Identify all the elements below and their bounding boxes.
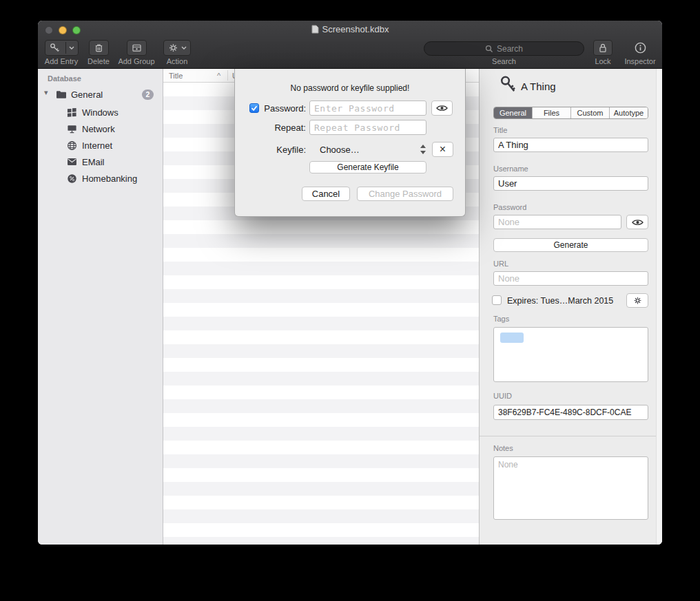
column-header-title[interactable]: Title xyxy=(169,72,183,80)
password-label: Password xyxy=(493,203,526,211)
folder-icon xyxy=(56,89,67,99)
sheet-message: No password or keyfile supplied! xyxy=(235,83,465,93)
generate-keyfile-button[interactable]: Generate Keyfile xyxy=(309,161,426,173)
trash-icon xyxy=(93,42,105,54)
search-placeholder: Search xyxy=(497,44,523,54)
keyfile-label: Keyfile: xyxy=(235,145,306,155)
repeat-label: Repeat: xyxy=(235,123,306,133)
search-input[interactable]: Search xyxy=(424,41,584,56)
mail-icon xyxy=(67,158,77,166)
gear-icon xyxy=(167,42,179,54)
key-plus-icon xyxy=(49,42,61,54)
add-entry-label: Add Entry xyxy=(43,57,79,65)
homebanking-icon xyxy=(67,173,77,184)
toolbar-delete[interactable]: Delete xyxy=(83,39,114,65)
password-field[interactable] xyxy=(493,215,621,229)
expires-settings-button[interactable] xyxy=(626,293,648,308)
info-circle-icon xyxy=(634,41,647,54)
expires-checkbox[interactable] xyxy=(492,295,502,305)
sidebar-item-general[interactable]: ▾ General 2 xyxy=(38,87,163,102)
tab-files[interactable]: Files xyxy=(532,107,570,118)
keyfile-popup[interactable]: Choose… xyxy=(320,145,360,155)
tab-general[interactable]: General xyxy=(494,107,532,118)
window-chrome: Screenshot.kdbx Add Entry Delete Add Gro… xyxy=(38,21,662,69)
tag-token[interactable] xyxy=(500,333,524,343)
cancel-button[interactable]: Cancel xyxy=(302,187,350,201)
globe-icon xyxy=(67,140,77,151)
gear-icon xyxy=(632,295,643,306)
action-label: Action xyxy=(161,57,194,65)
inspector-entry-title: A Thing xyxy=(521,81,556,92)
lock-label: Lock xyxy=(589,57,617,65)
sidebar-item-label: Homebanking xyxy=(82,173,137,184)
inspector-panel: A Thing General Files Custom Autotype Ti… xyxy=(479,69,662,545)
disclosure-triangle-icon[interactable]: ▾ xyxy=(44,88,48,97)
eye-icon xyxy=(436,104,448,112)
inspector-scrollbar[interactable] xyxy=(656,69,662,545)
sidebar-item-homebanking[interactable]: Homebanking xyxy=(38,171,163,186)
tab-autotype[interactable]: Autotype xyxy=(609,107,648,118)
sidebar-item-windows[interactable]: Windows xyxy=(38,105,163,120)
column-divider[interactable] xyxy=(227,70,228,81)
uuid-field[interactable] xyxy=(493,405,648,420)
toolbar-inspector[interactable]: Inspector xyxy=(621,39,659,65)
entry-count-badge: 2 xyxy=(142,89,154,100)
title-label: Title xyxy=(493,126,507,134)
add-group-label: Add Group xyxy=(115,57,158,65)
toolbar-lock[interactable]: Lock xyxy=(589,39,617,65)
change-password-sheet: No password or keyfile supplied! Passwor… xyxy=(234,69,466,217)
sidebar-item-label: EMail xyxy=(82,157,105,167)
eye-icon xyxy=(632,218,644,226)
enter-password-field[interactable] xyxy=(309,101,426,116)
popup-stepper-icon[interactable] xyxy=(420,144,426,155)
expires-label: Expires: Tues…March 2015 xyxy=(507,296,613,306)
show-password-button[interactable] xyxy=(431,101,453,116)
reveal-password-button[interactable] xyxy=(626,215,648,229)
sidebar-item-label: Network xyxy=(82,124,115,134)
sidebar-item-label: Internet xyxy=(82,140,112,151)
add-group-icon xyxy=(131,42,143,54)
sidebar-item-label: Windows xyxy=(82,107,119,118)
sidebar-item-network[interactable]: Network xyxy=(38,121,163,136)
username-field[interactable] xyxy=(493,176,648,191)
password-label: Password: xyxy=(235,103,306,114)
title-field[interactable] xyxy=(493,138,648,152)
clear-icon: × xyxy=(440,143,446,156)
generate-password-button[interactable]: Generate xyxy=(493,238,648,252)
change-password-button[interactable]: Change Password xyxy=(357,187,453,201)
url-field[interactable] xyxy=(493,271,648,286)
sidebar-item-email[interactable]: EMail xyxy=(38,154,163,169)
inspector-tabs: General Files Custom Autotype xyxy=(493,107,648,119)
sidebar-item-label: General xyxy=(71,89,103,100)
delete-label: Delete xyxy=(83,57,114,65)
app-window: Screenshot.kdbx Add Entry Delete Add Gro… xyxy=(38,21,662,545)
search-icon xyxy=(485,45,493,53)
repeat-password-field[interactable] xyxy=(309,120,426,135)
chevron-down-icon xyxy=(181,46,187,50)
tab-custom[interactable]: Custom xyxy=(570,107,609,118)
username-label: Username xyxy=(493,165,528,173)
sidebar: Database ▾ General 2 Windows Network Int… xyxy=(38,69,163,545)
tags-field[interactable] xyxy=(493,327,648,382)
toolbar-action[interactable]: Action xyxy=(161,39,194,65)
sort-ascending-icon: ^ xyxy=(217,72,220,80)
uuid-label: UUID xyxy=(493,392,512,400)
windows-icon xyxy=(67,107,77,118)
inspector-label: Inspector xyxy=(621,57,659,65)
key-icon xyxy=(499,75,517,96)
chevron-down-icon xyxy=(69,46,74,50)
notes-field[interactable] xyxy=(493,456,648,520)
url-label: URL xyxy=(493,260,508,268)
document-icon xyxy=(311,25,319,34)
toolbar-add-entry[interactable]: Add Entry xyxy=(43,39,79,65)
clear-keyfile-button[interactable]: × xyxy=(432,142,453,157)
lock-icon xyxy=(597,42,608,54)
network-icon xyxy=(67,124,77,134)
toolbar-add-group[interactable]: Add Group xyxy=(115,39,158,65)
sidebar-item-internet[interactable]: Internet xyxy=(38,138,163,153)
inspector-divider xyxy=(480,436,662,436)
search-toolbar-label: Search xyxy=(424,57,584,65)
sidebar-section-database: Database xyxy=(48,74,81,83)
window-title-text: Screenshot.kdbx xyxy=(322,24,389,34)
notes-label: Notes xyxy=(493,444,513,452)
